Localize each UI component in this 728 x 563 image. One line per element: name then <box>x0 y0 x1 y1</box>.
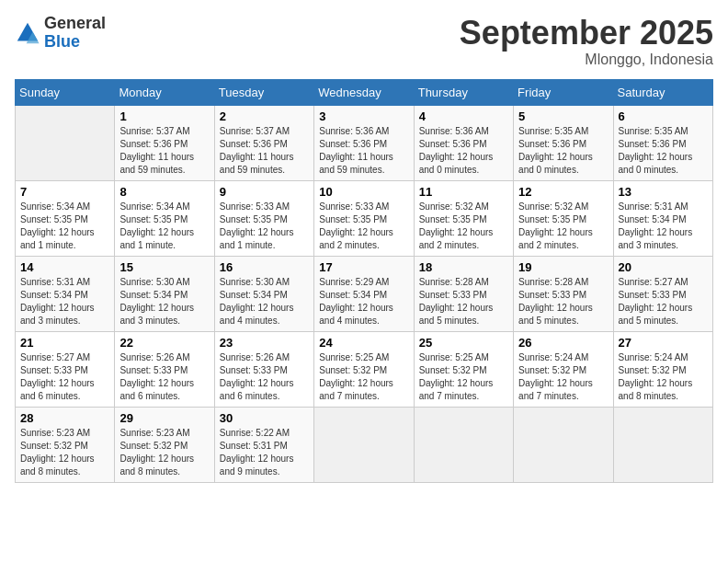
day-info: Sunrise: 5:32 AM Sunset: 5:35 PM Dayligh… <box>518 201 608 252</box>
calendar-cell: 23Sunrise: 5:26 AM Sunset: 5:33 PM Dayli… <box>214 331 313 407</box>
calendar-cell: 16Sunrise: 5:30 AM Sunset: 5:34 PM Dayli… <box>214 256 313 331</box>
day-info: Sunrise: 5:23 AM Sunset: 5:32 PM Dayligh… <box>20 427 109 478</box>
day-info: Sunrise: 5:26 AM Sunset: 5:33 PM Dayligh… <box>220 351 309 403</box>
calendar-cell: 25Sunrise: 5:25 AM Sunset: 5:32 PM Dayli… <box>414 331 513 407</box>
day-number: 23 <box>220 336 309 350</box>
day-info: Sunrise: 5:31 AM Sunset: 5:34 PM Dayligh… <box>619 201 708 252</box>
day-number: 30 <box>220 411 309 425</box>
day-number: 22 <box>119 336 209 350</box>
calendar-cell: 4Sunrise: 5:36 AM Sunset: 5:36 PM Daylig… <box>414 105 513 180</box>
day-number: 25 <box>419 336 508 350</box>
calendar-table: SundayMondayTuesdayWednesdayThursdayFrid… <box>15 79 713 483</box>
day-number: 17 <box>319 260 408 274</box>
calendar-cell: 13Sunrise: 5:31 AM Sunset: 5:34 PM Dayli… <box>613 180 712 256</box>
logo-blue: Blue <box>44 32 80 51</box>
calendar-cell: 22Sunrise: 5:26 AM Sunset: 5:33 PM Dayli… <box>115 331 214 407</box>
calendar-cell: 1Sunrise: 5:37 AM Sunset: 5:36 PM Daylig… <box>115 105 214 180</box>
day-number: 15 <box>119 260 209 274</box>
calendar-cell: 17Sunrise: 5:29 AM Sunset: 5:34 PM Dayli… <box>314 256 414 331</box>
weekday-header: Monday <box>115 79 214 105</box>
calendar-week-row: 7Sunrise: 5:34 AM Sunset: 5:35 PM Daylig… <box>16 180 713 256</box>
day-number: 4 <box>419 109 508 123</box>
day-info: Sunrise: 5:24 AM Sunset: 5:32 PM Dayligh… <box>619 351 708 403</box>
calendar-cell: 10Sunrise: 5:33 AM Sunset: 5:35 PM Dayli… <box>314 180 414 256</box>
calendar-cell: 26Sunrise: 5:24 AM Sunset: 5:32 PM Dayli… <box>514 331 613 407</box>
calendar-week-row: 14Sunrise: 5:31 AM Sunset: 5:34 PM Dayli… <box>16 256 713 331</box>
weekday-header: Thursday <box>414 79 513 105</box>
calendar-week-row: 28Sunrise: 5:23 AM Sunset: 5:32 PM Dayli… <box>16 407 713 482</box>
calendar-cell <box>314 407 414 482</box>
calendar-cell: 21Sunrise: 5:27 AM Sunset: 5:33 PM Dayli… <box>16 331 115 407</box>
calendar-cell <box>613 407 712 482</box>
day-info: Sunrise: 5:37 AM Sunset: 5:36 PM Dayligh… <box>220 125 309 177</box>
weekday-header: Friday <box>514 79 613 105</box>
calendar-week-row: 1Sunrise: 5:37 AM Sunset: 5:36 PM Daylig… <box>16 105 713 180</box>
day-info: Sunrise: 5:24 AM Sunset: 5:32 PM Dayligh… <box>518 351 608 403</box>
logo: General Blue <box>15 15 106 52</box>
calendar-cell: 28Sunrise: 5:23 AM Sunset: 5:32 PM Dayli… <box>16 407 115 482</box>
calendar-cell: 30Sunrise: 5:22 AM Sunset: 5:31 PM Dayli… <box>214 407 313 482</box>
logo-general: General <box>44 14 106 32</box>
weekday-header: Tuesday <box>214 79 313 105</box>
day-number: 26 <box>518 336 608 350</box>
calendar-cell: 18Sunrise: 5:28 AM Sunset: 5:33 PM Dayli… <box>414 256 513 331</box>
logo-text: General Blue <box>44 15 106 52</box>
calendar-cell: 6Sunrise: 5:35 AM Sunset: 5:36 PM Daylig… <box>613 105 712 180</box>
day-info: Sunrise: 5:36 AM Sunset: 5:36 PM Dayligh… <box>319 125 408 177</box>
month-title: September 2025 <box>460 15 713 52</box>
day-info: Sunrise: 5:30 AM Sunset: 5:34 PM Dayligh… <box>119 276 209 327</box>
day-info: Sunrise: 5:33 AM Sunset: 5:35 PM Dayligh… <box>319 201 408 252</box>
calendar-week-row: 21Sunrise: 5:27 AM Sunset: 5:33 PM Dayli… <box>16 331 713 407</box>
day-info: Sunrise: 5:26 AM Sunset: 5:33 PM Dayligh… <box>119 351 209 403</box>
day-number: 6 <box>619 109 708 123</box>
day-number: 29 <box>119 411 209 425</box>
day-number: 21 <box>20 336 109 350</box>
day-number: 14 <box>20 260 109 274</box>
day-number: 12 <box>518 185 608 199</box>
calendar-cell: 29Sunrise: 5:23 AM Sunset: 5:32 PM Dayli… <box>115 407 214 482</box>
day-number: 24 <box>319 336 408 350</box>
calendar-cell <box>514 407 613 482</box>
calendar-cell <box>16 105 115 180</box>
day-number: 5 <box>518 109 608 123</box>
calendar-cell <box>414 407 513 482</box>
day-info: Sunrise: 5:28 AM Sunset: 5:33 PM Dayligh… <box>518 276 608 327</box>
day-info: Sunrise: 5:33 AM Sunset: 5:35 PM Dayligh… <box>220 201 309 252</box>
day-number: 19 <box>518 260 608 274</box>
calendar-cell: 8Sunrise: 5:34 AM Sunset: 5:35 PM Daylig… <box>115 180 214 256</box>
day-info: Sunrise: 5:36 AM Sunset: 5:36 PM Dayligh… <box>419 125 508 177</box>
day-number: 27 <box>619 336 708 350</box>
day-number: 7 <box>20 185 109 199</box>
calendar-cell: 2Sunrise: 5:37 AM Sunset: 5:36 PM Daylig… <box>214 105 313 180</box>
day-number: 3 <box>319 109 408 123</box>
day-info: Sunrise: 5:25 AM Sunset: 5:32 PM Dayligh… <box>319 351 408 403</box>
day-info: Sunrise: 5:35 AM Sunset: 5:36 PM Dayligh… <box>619 125 708 177</box>
day-info: Sunrise: 5:37 AM Sunset: 5:36 PM Dayligh… <box>119 125 209 177</box>
calendar-cell: 9Sunrise: 5:33 AM Sunset: 5:35 PM Daylig… <box>214 180 313 256</box>
day-info: Sunrise: 5:22 AM Sunset: 5:31 PM Dayligh… <box>220 427 309 478</box>
day-number: 2 <box>220 109 309 123</box>
logo-icon <box>15 20 40 46</box>
calendar-cell: 15Sunrise: 5:30 AM Sunset: 5:34 PM Dayli… <box>115 256 214 331</box>
day-number: 11 <box>419 185 508 199</box>
calendar-cell: 24Sunrise: 5:25 AM Sunset: 5:32 PM Dayli… <box>314 331 414 407</box>
day-number: 13 <box>619 185 708 199</box>
day-info: Sunrise: 5:34 AM Sunset: 5:35 PM Dayligh… <box>20 201 109 252</box>
calendar-cell: 3Sunrise: 5:36 AM Sunset: 5:36 PM Daylig… <box>314 105 414 180</box>
day-number: 18 <box>419 260 508 274</box>
day-info: Sunrise: 5:31 AM Sunset: 5:34 PM Dayligh… <box>20 276 109 327</box>
calendar-cell: 27Sunrise: 5:24 AM Sunset: 5:32 PM Dayli… <box>613 331 712 407</box>
calendar-cell: 20Sunrise: 5:27 AM Sunset: 5:33 PM Dayli… <box>613 256 712 331</box>
page-header: General Blue September 2025 Mlonggo, Ind… <box>15 15 713 68</box>
weekday-header-row: SundayMondayTuesdayWednesdayThursdayFrid… <box>16 79 713 105</box>
day-info: Sunrise: 5:23 AM Sunset: 5:32 PM Dayligh… <box>119 427 209 478</box>
calendar-cell: 19Sunrise: 5:28 AM Sunset: 5:33 PM Dayli… <box>514 256 613 331</box>
weekday-header: Saturday <box>613 79 712 105</box>
day-info: Sunrise: 5:25 AM Sunset: 5:32 PM Dayligh… <box>419 351 508 403</box>
day-number: 9 <box>220 185 309 199</box>
day-info: Sunrise: 5:35 AM Sunset: 5:36 PM Dayligh… <box>518 125 608 177</box>
calendar-cell: 7Sunrise: 5:34 AM Sunset: 5:35 PM Daylig… <box>16 180 115 256</box>
day-info: Sunrise: 5:27 AM Sunset: 5:33 PM Dayligh… <box>20 351 109 403</box>
day-number: 8 <box>119 185 209 199</box>
title-block: September 2025 Mlonggo, Indonesia <box>460 15 713 68</box>
